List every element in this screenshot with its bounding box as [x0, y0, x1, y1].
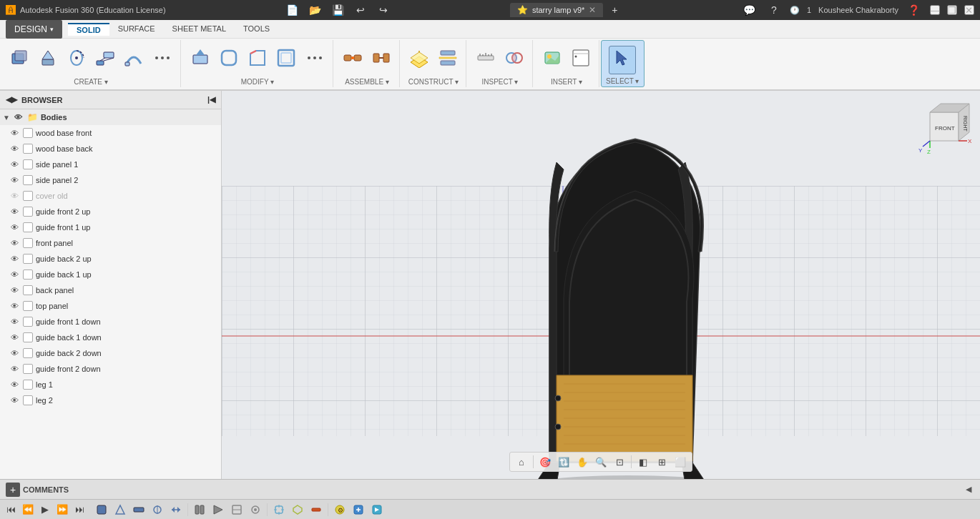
item-guide-front-1-down[interactable]: 👁 guide front 1 down: [0, 314, 221, 330]
add-tab-btn[interactable]: +: [606, 1, 623, 19]
gf2d-eye[interactable]: 👁: [9, 363, 20, 375]
next-btn[interactable]: ⏩: [54, 502, 70, 518]
wbb-check[interactable]: [23, 144, 33, 154]
gf1u-check[interactable]: [23, 222, 33, 232]
gb2d-check[interactable]: [23, 348, 33, 358]
gb1d-check[interactable]: [23, 332, 33, 342]
l2-eye[interactable]: 👁: [9, 395, 20, 406]
rigid-group-btn[interactable]: [368, 46, 395, 74]
wbb-eye[interactable]: 👁: [9, 143, 20, 154]
new-component-btn[interactable]: [6, 46, 33, 74]
item-back-panel[interactable]: 👁 back panel: [0, 282, 221, 298]
l1-check[interactable]: [23, 380, 33, 390]
minimize-btn[interactable]: —: [930, 5, 940, 15]
orbit-btn[interactable]: 🔃: [555, 454, 572, 470]
redo-btn[interactable]: ↪: [375, 1, 392, 19]
comments-collapse-btn[interactable]: ◀: [963, 484, 974, 495]
sp1-check[interactable]: [23, 159, 33, 169]
nav-cube[interactable]: FRONT RIGHT Z X Y: [916, 98, 973, 155]
item-leg-1[interactable]: 👁 leg 1: [0, 377, 221, 392]
tb-btn-8[interactable]: [228, 501, 245, 518]
co-check[interactable]: [23, 191, 33, 201]
next-end-btn[interactable]: ⏭: [72, 502, 87, 518]
tp-check[interactable]: [23, 301, 33, 311]
zoom-btn[interactable]: 🔍: [592, 454, 609, 470]
play-btn[interactable]: ▶: [37, 502, 53, 518]
comments-add-btn[interactable]: +: [6, 483, 20, 497]
more-modify-btn[interactable]: [301, 46, 328, 74]
joint-btn[interactable]: [339, 46, 366, 74]
sp2-check[interactable]: [23, 175, 33, 185]
gb2u-eye[interactable]: 👁: [9, 253, 20, 265]
fillet-btn[interactable]: [215, 46, 242, 74]
create-label[interactable]: CREATE ▾: [74, 78, 108, 86]
prev-btn[interactable]: ⏪: [20, 502, 36, 518]
gf1d-check[interactable]: [23, 317, 33, 327]
modify-label[interactable]: MODIFY ▾: [241, 78, 274, 86]
browser-expand-btn[interactable]: ◀▶: [6, 95, 17, 104]
select-label[interactable]: SELECT ▾: [606, 77, 640, 85]
tb-btn-15[interactable]: [368, 501, 386, 518]
tab-tools[interactable]: TOOLS: [235, 23, 278, 36]
wbf-check[interactable]: [23, 128, 33, 138]
tab-sheet-metal[interactable]: SHEET METAL: [164, 23, 235, 36]
gf1u-eye[interactable]: 👁: [9, 222, 20, 233]
item-guide-back-2-up[interactable]: 👁 guide back 2 up: [0, 251, 221, 267]
assemble-label[interactable]: ASSEMBLE ▾: [345, 78, 389, 86]
online-help-btn[interactable]: ?: [765, 1, 783, 19]
display-mode-btn[interactable]: ◧: [634, 454, 652, 470]
interference-btn[interactable]: [501, 46, 528, 74]
tb-btn-14[interactable]: [350, 501, 367, 518]
browser-collapse[interactable]: |◀: [207, 95, 215, 104]
item-wood-base-back[interactable]: 👁 wood base back: [0, 141, 221, 157]
item-guide-front-2-up[interactable]: 👁 guide front 2 up: [0, 204, 221, 219]
help-btn[interactable]: ❓: [906, 1, 923, 19]
gb2d-eye[interactable]: 👁: [9, 347, 20, 359]
press-pull-btn[interactable]: [187, 46, 214, 74]
tb-btn-4[interactable]: [149, 501, 166, 518]
tb-btn-11[interactable]: [289, 501, 306, 518]
inspect-label[interactable]: INSPECT ▾: [482, 78, 519, 86]
item-side-panel-1[interactable]: 👁 side panel 1: [0, 157, 221, 172]
canvas-btn[interactable]: [567, 46, 594, 74]
wbf-eye[interactable]: 👁: [9, 127, 20, 139]
gf2u-check[interactable]: [23, 207, 33, 217]
item-wood-base-front[interactable]: 👁 wood base front: [0, 125, 221, 141]
viewport[interactable]: FRONT RIGHT Z X Y ⌂: [222, 91, 980, 479]
item-leg-2[interactable]: 👁 leg 2: [0, 392, 221, 408]
tb-btn-9[interactable]: [247, 501, 264, 518]
revolve-btn[interactable]: [63, 46, 90, 74]
gb1d-eye[interactable]: 👁: [9, 332, 20, 343]
look-at-btn[interactable]: 🎯: [536, 454, 554, 470]
co-eye[interactable]: 👁: [9, 190, 20, 202]
bodies-eye-icon[interactable]: 👁: [13, 112, 24, 123]
comments-btn[interactable]: 💬: [741, 1, 758, 19]
zoom-window-btn[interactable]: ⊡: [611, 454, 628, 470]
item-guide-back-1-down[interactable]: 👁 guide back 1 down: [0, 330, 221, 345]
tb-btn-7[interactable]: [210, 501, 227, 518]
open-file-btn[interactable]: 📂: [306, 1, 323, 19]
sweep-btn[interactable]: [120, 46, 147, 74]
item-guide-back-1-up[interactable]: 👁 guide back 1 up: [0, 267, 221, 282]
item-front-panel[interactable]: 👁 front panel: [0, 235, 221, 251]
tb-btn-5[interactable]: [167, 501, 185, 518]
tb-btn-3[interactable]: [130, 501, 147, 518]
design-btn[interactable]: DESIGN ▾: [6, 20, 62, 39]
item-cover-old[interactable]: 👁 cover old: [0, 188, 221, 204]
offset-plane-btn[interactable]: [406, 46, 433, 74]
tab-solid[interactable]: SOLID: [68, 23, 109, 36]
select-btn[interactable]: [609, 46, 636, 74]
item-top-panel[interactable]: 👁 top panel: [0, 298, 221, 314]
fp-eye[interactable]: 👁: [9, 237, 20, 249]
tb-btn-2[interactable]: [112, 501, 129, 518]
decal-btn[interactable]: [539, 46, 566, 74]
fp-check[interactable]: [23, 238, 33, 248]
tb-btn-1[interactable]: [93, 501, 110, 518]
view-cube-btn[interactable]: ⬜: [672, 454, 689, 470]
gf2u-eye[interactable]: 👁: [9, 206, 20, 217]
midplane-btn[interactable]: [434, 46, 461, 74]
loft-btn[interactable]: [92, 46, 119, 74]
bp-eye[interactable]: 👁: [9, 285, 20, 296]
close-btn[interactable]: ✕: [964, 5, 974, 15]
tab-surface[interactable]: SURFACE: [109, 23, 164, 36]
